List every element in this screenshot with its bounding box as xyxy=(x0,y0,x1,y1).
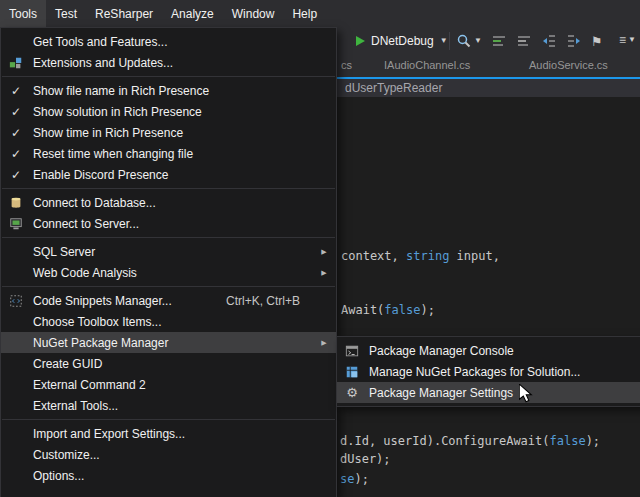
nuget-submenu-popup: Package Manager Console Manage NuGet Pac… xyxy=(336,336,640,407)
menu-item-connect-to-server[interactable]: Connect to Server... xyxy=(1,213,336,234)
checkmark-icon: ✓ xyxy=(11,127,21,139)
menu-item-label: Package Manager Settings xyxy=(367,386,631,400)
type-dropdown[interactable]: dUserTypeReader xyxy=(345,81,442,95)
find-in-files-icon xyxy=(456,33,472,49)
comment-selection-button[interactable] xyxy=(491,32,507,50)
menu-item-label: Code Snippets Manager... xyxy=(31,294,226,308)
menu-item-create-guid[interactable]: Create GUID xyxy=(1,353,336,374)
bookmark-icon: ⚑ xyxy=(591,35,603,48)
menu-item-enable-discord-presence[interactable]: ✓Enable Discord Presence xyxy=(1,164,336,185)
menu-item-show-solution[interactable]: ✓Show solution in Rich Presence xyxy=(1,101,336,122)
menu-item-manage-nuget-packages-solution[interactable]: Manage NuGet Packages for Solution... xyxy=(337,361,640,382)
menu-item-label: Customize... xyxy=(31,448,312,462)
menu-separator xyxy=(2,188,335,189)
extensions-icon xyxy=(9,56,23,70)
menu-item-choose-toolbox-items[interactable]: Choose Toolbox Items... xyxy=(1,311,336,332)
toolbar-overflow-button[interactable]: ≡▼ xyxy=(619,33,636,47)
tab-audioservice[interactable]: AudioService.cs xyxy=(529,59,608,71)
menu-item-label: Show solution in Rich Presence xyxy=(31,105,312,119)
play-icon xyxy=(356,36,365,46)
menu-item-label: Manage NuGet Packages for Solution... xyxy=(367,365,631,379)
server-icon xyxy=(9,217,23,231)
menu-test[interactable]: Test xyxy=(46,0,86,27)
tab-iaudiochannel[interactable]: IAudioChannel.cs xyxy=(384,59,470,71)
menu-item-extensions-and-updates[interactable]: Extensions and Updates... xyxy=(1,52,336,73)
menu-help[interactable]: Help xyxy=(283,0,326,27)
menu-item-label: Create GUID xyxy=(31,357,312,371)
menu-item-shortcut: Ctrl+K, Ctrl+B xyxy=(226,294,300,308)
menu-window[interactable]: Window xyxy=(223,0,284,27)
overflow-caret-icon: ▼ xyxy=(628,36,636,44)
menu-item-web-code-analysis[interactable]: Web Code Analysis▶ xyxy=(1,262,336,283)
menu-item-label: Web Code Analysis xyxy=(31,266,312,280)
decrease-indent-icon xyxy=(541,33,557,49)
toggle-bookmark-button[interactable]: ⚑ xyxy=(591,32,603,50)
menu-item-label: Connect to Server... xyxy=(31,217,312,231)
menu-item-label: NuGet Package Manager xyxy=(31,336,312,350)
toolbar-separator xyxy=(449,32,450,50)
checkmark-icon: ✓ xyxy=(11,85,21,97)
menu-item-label: External Command 2 xyxy=(31,378,312,392)
menu-item-reset-time[interactable]: ✓Reset time when changing file xyxy=(1,143,336,164)
menu-separator xyxy=(2,286,335,287)
find-in-files-button[interactable]: ▼ xyxy=(456,32,482,50)
menu-item-import-export-settings[interactable]: Import and Export Settings... xyxy=(1,423,336,444)
menu-item-label: Package Manager Console xyxy=(367,344,631,358)
menu-item-label: Enable Discord Presence xyxy=(31,168,312,182)
code-line: context, string input, xyxy=(341,249,500,263)
menu-item-options[interactable]: Options... xyxy=(1,465,336,486)
uncomment-selection-icon xyxy=(516,33,532,49)
code-line: Await(false); xyxy=(341,303,435,317)
menu-item-connect-to-database[interactable]: Connect to Database... xyxy=(1,192,336,213)
menu-item-label: Connect to Database... xyxy=(31,196,312,210)
menu-separator xyxy=(2,237,335,238)
menu-item-label: Choose Toolbox Items... xyxy=(31,315,312,329)
menu-item-label: External Tools... xyxy=(31,399,312,413)
menu-item-label: Show time in Rich Presence xyxy=(31,126,312,140)
menu-item-show-time[interactable]: ✓Show time in Rich Presence xyxy=(1,122,336,143)
run-target-label: DNetDebug xyxy=(371,34,434,48)
decrease-indent-button[interactable] xyxy=(541,32,557,50)
run-target-dropdown-icon[interactable]: ▼ xyxy=(440,37,448,45)
code-line: d.Id, userId).ConfigureAwait(false); xyxy=(340,434,600,448)
menu-analyze[interactable]: Analyze xyxy=(162,0,223,27)
checkmark-icon: ✓ xyxy=(11,106,21,118)
menu-tools[interactable]: Tools xyxy=(0,0,46,27)
gear-icon: ⚙ xyxy=(346,386,358,399)
uncomment-selection-button[interactable] xyxy=(516,32,532,50)
menu-separator xyxy=(2,419,335,420)
code-line: se); xyxy=(340,472,369,486)
menu-item-label: Options... xyxy=(31,469,312,483)
vs-window: Tools Test ReSharper Analyze Window Help… xyxy=(0,0,640,497)
comment-selection-icon xyxy=(491,33,507,49)
menu-item-code-snippets-manager[interactable]: Code Snippets Manager...Ctrl+K, Ctrl+B xyxy=(1,290,336,311)
menu-item-sql-server[interactable]: SQL Server▶ xyxy=(1,241,336,262)
console-icon xyxy=(345,344,359,358)
menu-item-package-manager-settings[interactable]: ⚙Package Manager Settings xyxy=(337,382,640,403)
menu-item-label: Reset time when changing file xyxy=(31,147,312,161)
increase-indent-icon xyxy=(566,33,582,49)
find-dropdown-icon[interactable]: ▼ xyxy=(474,37,482,45)
code-line: dUser); xyxy=(340,452,391,466)
increase-indent-button[interactable] xyxy=(566,32,582,50)
database-icon xyxy=(9,196,23,210)
overflow-icon: ≡ xyxy=(619,33,626,47)
submenu-arrow-icon: ▶ xyxy=(312,269,336,276)
menu-item-customize[interactable]: Customize... xyxy=(1,444,336,465)
menu-resharper[interactable]: ReSharper xyxy=(86,0,162,27)
mouse-cursor xyxy=(519,384,537,403)
menu-item-external-tools[interactable]: External Tools... xyxy=(1,395,336,416)
menu-item-show-file-name[interactable]: ✓Show file name in Rich Presence xyxy=(1,80,336,101)
tab-partial[interactable]: cs xyxy=(341,59,352,71)
menu-item-label: SQL Server xyxy=(31,245,312,259)
menu-item-label: Get Tools and Features... xyxy=(31,35,312,49)
menu-item-get-tools-and-features[interactable]: Get Tools and Features... xyxy=(1,31,336,52)
menu-item-external-command-2[interactable]: External Command 2 xyxy=(1,374,336,395)
menubar: Tools Test ReSharper Analyze Window Help xyxy=(0,0,640,27)
menu-item-nuget-package-manager[interactable]: NuGet Package Manager▶ xyxy=(1,332,336,353)
start-debug-button[interactable]: DNetDebug ▼ xyxy=(356,31,448,51)
menu-item-package-manager-console[interactable]: Package Manager Console xyxy=(337,340,640,361)
menu-item-label: Show file name in Rich Presence xyxy=(31,84,312,98)
checkmark-icon: ✓ xyxy=(11,169,21,181)
tools-menu-popup: Get Tools and Features... Extensions and… xyxy=(0,27,337,497)
